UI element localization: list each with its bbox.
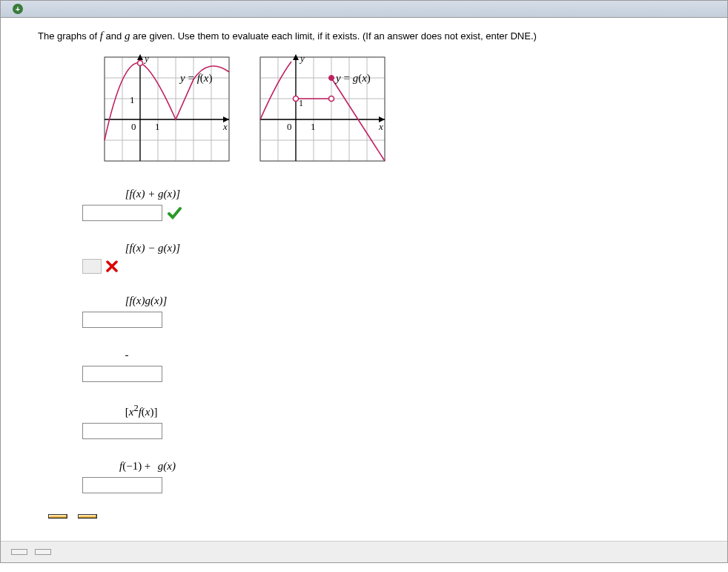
graphs-row: y x 1 0 1 y = f(x)	[97, 50, 705, 168]
part-b: [f(x) − g(x)]	[82, 242, 705, 274]
part-e: [x2f(x)]	[82, 403, 705, 439]
svg-point-46	[294, 96, 299, 102]
part-e-expression: [x2f(x)]	[119, 403, 158, 420]
graph-f: y x 1 0 1 y = f(x)	[97, 50, 231, 168]
svg-point-19	[138, 61, 143, 66]
graph-g-label: y = g(x)	[336, 72, 371, 85]
svg-text:1: 1	[155, 121, 160, 132]
svg-text:1: 1	[311, 121, 316, 132]
part-b-locked-answer	[82, 259, 102, 274]
part-c: [f(x)g(x)]	[82, 295, 705, 328]
svg-text:0: 0	[131, 121, 136, 132]
part-c-input[interactable]	[82, 312, 162, 328]
svg-text:x: x	[222, 121, 228, 132]
part-d	[82, 349, 705, 382]
part-e-input[interactable]	[82, 423, 162, 439]
need-help-row	[38, 514, 705, 519]
svg-text:y: y	[299, 53, 305, 64]
svg-text:y: y	[143, 53, 149, 64]
part-a-expression: [f(x) + g(x)]	[119, 188, 180, 202]
graph-f-label: y = f(x)	[180, 72, 212, 85]
parts-list: [f(x) + g(x)] [f(x) − g(x)]	[82, 188, 705, 493]
svg-text:1: 1	[299, 98, 303, 108]
talk-to-tutor-button[interactable]	[78, 514, 97, 519]
question-prompt: The graphs of f and g are given. Use the…	[38, 30, 705, 42]
part-f-expression: f(−1) + g(x)	[119, 460, 176, 474]
svg-text:1: 1	[130, 94, 135, 105]
expand-icon[interactable]: +	[13, 4, 23, 14]
question-content: The graphs of f and g are given. Use the…	[1, 18, 727, 541]
svg-text:x: x	[378, 121, 383, 132]
part-a: [f(x) + g(x)]	[82, 188, 705, 221]
read-it-button[interactable]	[48, 514, 67, 519]
part-b-expression: [f(x) − g(x)]	[119, 242, 180, 256]
graph-g: y x 1 0 1 y = g(x)	[253, 50, 386, 168]
question-header: +	[1, 1, 727, 18]
check-icon	[167, 206, 182, 220]
footer-bar	[1, 541, 727, 562]
part-a-input[interactable]	[82, 205, 162, 221]
svg-point-47	[329, 96, 334, 102]
part-d-input[interactable]	[82, 366, 162, 382]
part-f: f(−1) + g(x)	[82, 460, 705, 493]
question-wrapper: + The graphs of f and g are given. Use t…	[0, 0, 728, 563]
save-progress-button[interactable]	[35, 549, 51, 555]
part-d-expression	[119, 349, 130, 363]
svg-text:0: 0	[287, 121, 292, 132]
submit-answer-button[interactable]	[11, 549, 27, 555]
svg-point-48	[329, 76, 334, 81]
part-f-input[interactable]	[82, 477, 162, 493]
part-c-expression: [f(x)g(x)]	[119, 295, 167, 309]
x-icon	[106, 260, 118, 272]
